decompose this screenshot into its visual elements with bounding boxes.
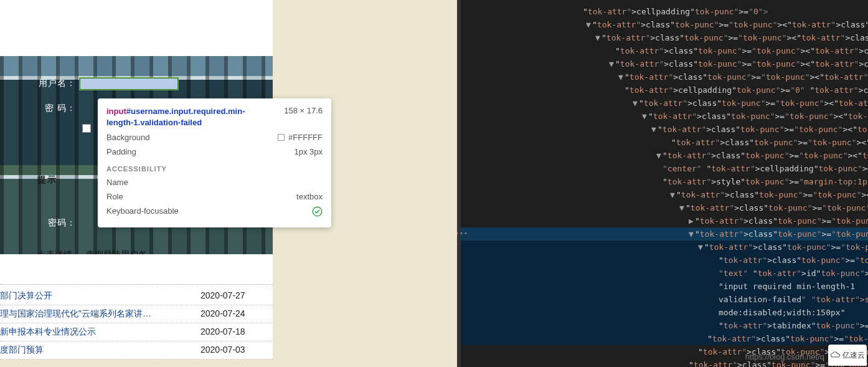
expand-arrow-icon[interactable]: ▶ [687,214,695,227]
devtools-gutter [457,0,461,367]
expand-arrow-icon[interactable] [711,267,719,280]
expand-arrow-icon[interactable] [711,254,719,267]
code-line[interactable]: ▼"tok-attr">class"tok-punc">="tok-punc">… [457,227,868,241]
article-list: 部门决算公开2020-07-27理与国家治理现代化"云端系列名家讲…2020-0… [0,284,273,360]
article-title: 理与国家治理现代化"云端系列名家讲… [0,308,151,320]
expand-arrow-icon[interactable] [691,345,698,358]
code-line[interactable]: "tok-attr">class"tok-punc">="tok-punc"><… [457,44,868,57]
code-tree[interactable]: "tok-attr">cellpadding"tok-punc">="0">▼"… [457,5,868,367]
code-line[interactable]: "tok-attr">tabindex"tok-punc">="1" title… [457,319,868,332]
expand-arrow-icon[interactable]: ▼ [655,149,663,162]
article-row[interactable]: 新申报本科专业情况公示2020-07-18 [0,323,273,341]
check-circle-icon [312,206,323,217]
expand-arrow-icon[interactable] [655,175,663,188]
password-label-2: 密码： [37,217,76,229]
code-line[interactable]: "tok-attr">class"tok-punc">="tok-punc"><… [457,136,868,149]
code-line[interactable]: ▶"tok-attr">class"tok-punc">="tok-punc">… [457,214,868,227]
expand-arrow-icon[interactable]: ▼ [631,97,639,110]
code-line[interactable]: "input required min-length-1 [457,280,868,293]
expand-arrow-icon[interactable]: ▼ [697,241,704,254]
code-line[interactable]: "tok-attr">class"tok-punc">="tok-punc"><… [457,332,868,345]
password-label: 密 码： [37,103,76,114]
expand-arrow-icon[interactable] [711,280,719,293]
code-line[interactable]: mode:disabled;width:150px" [457,306,868,319]
expand-arrow-icon[interactable] [711,306,719,319]
tooltip-selector-tag: input [106,107,126,116]
article-date: 2020-07-18 [200,326,269,338]
code-line[interactable]: ▼"tok-attr">class"tok-punc">="tok-punc">… [457,97,868,110]
code-line[interactable]: "tok-attr">cellpadding"tok-punc">="0" "t… [457,83,868,97]
devtools-hover-tooltip: input#username.input.required.min-length… [98,98,331,227]
expand-arrow-icon[interactable] [711,293,719,306]
code-line[interactable]: "tok-attr">class"tok-punc">="tok-punc"><… [457,254,868,267]
expand-arrow-icon[interactable] [681,358,689,367]
watermark-text: https://blog.csdn.net/q [745,350,824,363]
username-input[interactable] [80,78,178,90]
expand-arrow-icon[interactable] [711,319,719,332]
expand-arrow-icon[interactable] [575,5,583,18]
webpage-pane: 用户名： 密 码： 提示 密码： 点击详情 查询登陆用户名 input#user… [0,0,457,367]
code-line[interactable]: ▼"tok-attr">class"tok-punc">="tok-punc">… [457,123,868,136]
code-line[interactable]: ▼"tok-attr">class"tok-punc">="tok-punc">… [457,57,868,70]
tooltip-style-row: Padding1px 3px [106,147,323,156]
expand-arrow-icon[interactable]: ▼ [678,201,686,214]
code-line[interactable]: ▼"tok-attr">class"tok-punc">="tok-punc">… [457,110,868,123]
tooltip-accessibility-rows: NameRoletextboxKeyboard-focusable [106,178,323,219]
tooltip-selector-rest: #username.input.required.min-length-1.va… [106,107,245,127]
article-row[interactable]: 度部门预算2020-07-03 [0,341,273,360]
expand-arrow-icon[interactable]: ▼ [617,70,625,83]
tooltip-dimensions: 158 × 17.6 [284,106,323,115]
code-line[interactable]: ▼"tok-attr">class"tok-punc">="tok-punc">… [457,31,868,44]
expand-arrow-icon[interactable] [617,83,625,97]
article-title: 部门决算公开 [0,290,52,302]
article-date: 2020-07-24 [200,308,269,320]
code-line[interactable]: ▼"tok-attr">class"tok-punc">="tok-punc">… [457,241,868,254]
article-row[interactable]: 部门决算公开2020-07-27 [0,287,273,305]
tooltip-style-rows: Background#FFFFFFPadding1px 3px [106,133,323,156]
mid-whitespace [0,254,273,284]
article-title: 度部门预算 [0,345,44,356]
username-row: 用户名： [37,71,178,96]
expand-arrow-icon[interactable]: ▼ [608,57,615,70]
expand-arrow-icon[interactable]: ▼ [650,123,658,136]
tooltip-acc-row: Name [106,178,323,187]
expand-arrow-icon[interactable]: ▼ [594,31,601,44]
ellipsis-icon: ••• [457,227,468,240]
article-date: 2020-07-27 [200,290,269,302]
expand-arrow-icon[interactable]: ▼ [585,18,592,31]
expand-arrow-icon[interactable]: ▼ [687,227,695,241]
tooltip-acc-row: Roletextbox [106,192,323,201]
code-line[interactable]: "tok-attr">style"tok-punc">="margin-top:… [457,175,868,188]
tooltip-acc-row: Keyboard-focusable [106,206,323,219]
code-line[interactable]: "center" "tok-attr">cellpadding"tok-punc… [457,162,868,175]
article-row[interactable]: 理与国家治理现代化"云端系列名家讲…2020-07-24 [0,305,273,323]
cloud-icon [830,351,841,360]
code-line[interactable]: ▼"tok-attr">class"tok-punc">="tok-punc">… [457,201,868,214]
devtools-elements-panel[interactable]: ••• "tok-attr">cellpadding"tok-punc">="0… [457,0,868,367]
expand-arrow-icon[interactable] [700,332,707,345]
expand-arrow-icon[interactable] [664,136,671,149]
article-date: 2020-07-03 [200,345,269,356]
tooltip-selector: input#username.input.required.min-length… [106,106,268,128]
logo-text: 亿速云 [842,349,865,362]
yisuyun-logo: 亿速云 [828,345,867,366]
code-line[interactable]: ▼"tok-attr">class"tok-punc">="tok-punc">… [457,149,868,162]
expand-arrow-icon[interactable] [608,44,615,57]
article-title: 新申报本科专业情况公示 [0,326,96,338]
remember-checkbox[interactable] [82,124,91,133]
code-line[interactable]: ▼"tok-attr">class"tok-punc">="tok-punc">… [457,18,868,31]
expand-arrow-icon[interactable]: ▼ [669,188,676,201]
code-line[interactable]: ▼"tok-attr">class"tok-punc">="tok-punc">… [457,70,868,83]
top-whitespace [0,0,273,56]
code-line[interactable]: "text" "tok-attr">id"tok-punc">="usernam… [457,267,868,280]
code-line[interactable]: "tok-attr">cellpadding"tok-punc">="0"> [457,5,868,18]
expand-arrow-icon[interactable]: ▼ [641,110,648,123]
code-line[interactable]: ▼"tok-attr">class"tok-punc">="tok-punc">… [457,188,868,201]
username-label: 用户名： [37,78,76,89]
code-line[interactable]: validation-failed" "tok-attr">style"tok-… [457,293,868,306]
tooltip-accessibility-heading: ACCESSIBILITY [106,165,323,173]
expand-arrow-icon[interactable] [655,162,663,175]
tooltip-style-row: Background#FFFFFF [106,133,323,142]
